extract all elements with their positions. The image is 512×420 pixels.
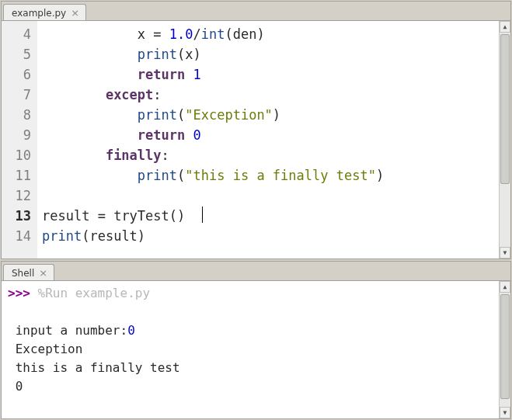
line-number: 8 xyxy=(6,105,31,125)
scroll-up-icon[interactable]: ▲ xyxy=(500,281,510,293)
line-number: 4 xyxy=(6,24,31,44)
scroll-down-icon[interactable]: ▼ xyxy=(500,407,510,418)
code-line[interactable]: return 1 xyxy=(42,64,494,85)
code-area[interactable]: x = 1.0/int(den) print(x) return 1 excep… xyxy=(37,21,499,259)
shell-line xyxy=(8,303,493,321)
shell-body[interactable]: >>> %Run example.py input a number:0 Exc… xyxy=(2,280,510,418)
editor-pane: example.py × 4567891011121314 x = 1.0/in… xyxy=(1,1,511,259)
code-line[interactable] xyxy=(42,186,494,206)
code-line[interactable]: print(result) xyxy=(42,226,494,246)
line-number: 12 xyxy=(6,186,31,206)
tab-example-py[interactable]: example.py × xyxy=(3,4,86,20)
line-number: 7 xyxy=(6,85,31,105)
editor-tabbar: example.py × xyxy=(2,2,510,20)
line-number: 9 xyxy=(6,125,31,145)
line-number: 14 xyxy=(6,226,31,246)
line-number: 11 xyxy=(6,165,31,186)
close-icon[interactable]: × xyxy=(71,8,79,18)
line-number: 13 xyxy=(6,206,31,226)
line-number: 6 xyxy=(6,64,31,85)
code-line[interactable]: except: xyxy=(42,85,494,105)
code-line[interactable]: x = 1.0/int(den) xyxy=(42,24,494,44)
shell-scrollbar-vertical[interactable]: ▲ ▼ xyxy=(499,281,510,418)
shell-line: input a number:0 xyxy=(8,321,493,340)
code-line[interactable]: print("Exception") xyxy=(42,105,494,125)
scroll-thumb[interactable] xyxy=(500,34,510,184)
code-line[interactable]: print("this is a finally test") xyxy=(42,165,494,186)
shell-pane: Shell × >>> %Run example.py input a numb… xyxy=(1,261,511,419)
scroll-down-icon[interactable]: ▼ xyxy=(500,247,510,259)
scroll-track[interactable] xyxy=(500,293,510,407)
close-icon[interactable]: × xyxy=(39,268,47,278)
text-cursor xyxy=(202,207,204,223)
line-number: 10 xyxy=(6,145,31,165)
shell-line: Exception xyxy=(8,340,493,359)
tab-label: Shell xyxy=(12,268,34,279)
shell-line: 0 xyxy=(8,377,493,396)
editor-body[interactable]: 4567891011121314 x = 1.0/int(den) print(… xyxy=(2,20,510,259)
shell-tabbar: Shell × xyxy=(2,262,510,280)
shell-line xyxy=(8,396,493,415)
code-line[interactable]: return 0 xyxy=(42,125,494,145)
shell-line: >>> xyxy=(8,415,493,418)
scroll-track[interactable] xyxy=(500,33,510,247)
scroll-thumb[interactable] xyxy=(500,294,510,399)
editor-scrollbar-vertical[interactable]: ▲ ▼ xyxy=(499,21,510,259)
tab-label: example.py xyxy=(12,8,66,19)
code-line[interactable]: result = tryTest() xyxy=(42,206,494,226)
line-number-gutter: 4567891011121314 xyxy=(2,21,37,259)
tab-shell[interactable]: Shell × xyxy=(3,264,54,280)
shell-output[interactable]: >>> %Run example.py input a number:0 Exc… xyxy=(2,281,499,418)
line-number: 5 xyxy=(6,44,31,64)
shell-line: this is a finally test xyxy=(8,359,493,377)
code-line[interactable]: finally: xyxy=(42,145,494,165)
code-line[interactable]: print(x) xyxy=(42,44,494,64)
shell-line: >>> %Run example.py xyxy=(8,284,493,303)
scroll-up-icon[interactable]: ▲ xyxy=(500,21,510,33)
